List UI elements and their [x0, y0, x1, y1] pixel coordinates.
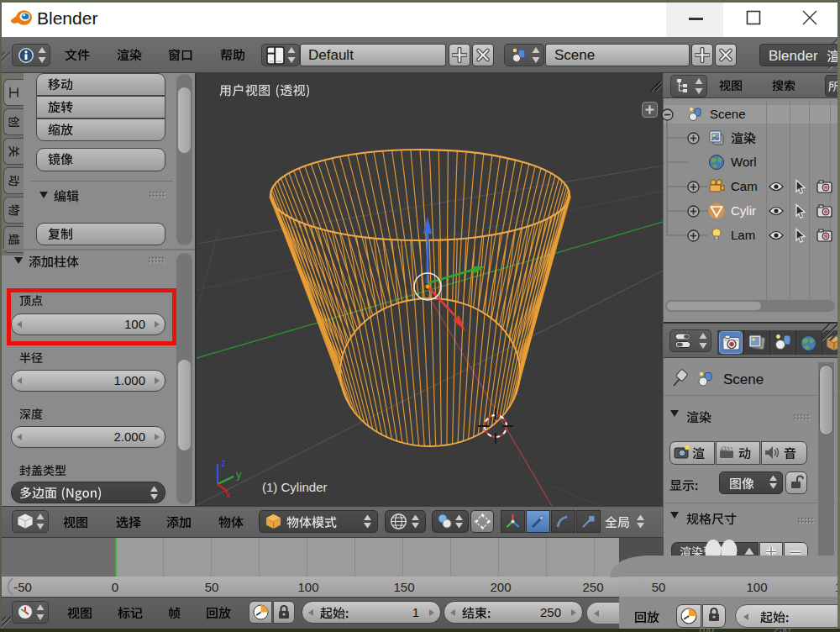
svg-text:x: x — [225, 488, 231, 501]
svg-text:z: z — [221, 457, 226, 469]
svg-text:y: y — [236, 468, 242, 481]
